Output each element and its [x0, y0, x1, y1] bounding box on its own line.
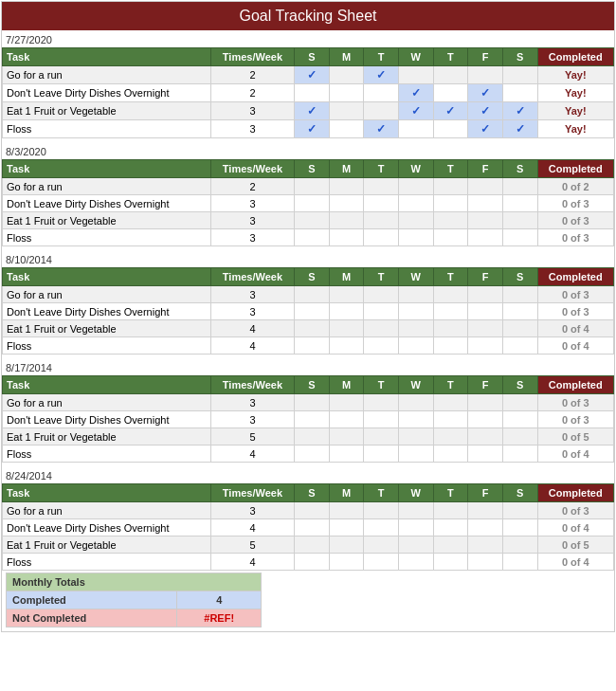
day-cell-5: ✓: [468, 120, 503, 138]
day-cell-3: [398, 337, 433, 355]
day-cell-2: [364, 320, 399, 337]
day-cell-5: [468, 394, 503, 411]
task-completed: 0 of 3: [537, 394, 613, 411]
day-cell-1: [329, 286, 364, 303]
day-cell-4: [433, 195, 468, 212]
day-cell-3: [398, 554, 433, 571]
day-cell-1: [329, 102, 364, 120]
day-cell-0: [295, 229, 330, 246]
day-cell-6: [502, 394, 537, 411]
day-cell-6: ✓: [502, 120, 537, 138]
day-cell-6: [502, 195, 537, 212]
col-header-times: Times/Week: [210, 160, 294, 178]
day-cell-3: [398, 195, 433, 212]
day-cell-4: [433, 212, 468, 229]
task-name: Don't Leave Dirty Dishes Overnight: [3, 411, 211, 428]
day-cell-6: [502, 286, 537, 303]
task-completed: 0 of 3: [537, 229, 613, 246]
day-cell-4: [433, 120, 468, 138]
page-container: Goal Tracking Sheet 7/27/2020TaskTimes/W…: [1, 1, 615, 632]
day-cell-1: [329, 178, 364, 195]
col-header-day-2: T: [364, 48, 399, 66]
day-cell-0: [295, 428, 330, 446]
task-name: Don't Leave Dirty Dishes Overnight: [3, 519, 211, 536]
table-row: Eat 1 Fruit or Vegetable30 of 3: [3, 212, 614, 229]
day-cell-0: [295, 84, 330, 102]
col-header-task: Task: [3, 484, 211, 502]
day-cell-3: [398, 536, 433, 554]
day-cell-0: [295, 286, 330, 303]
task-times: 3: [210, 102, 294, 120]
day-cell-5: ✓: [468, 84, 503, 102]
monthly-totals-header: Monthly Totals: [7, 573, 262, 591]
col-header-day-4: T: [433, 160, 468, 178]
col-header-times: Times/Week: [210, 376, 294, 394]
day-cell-0: [295, 320, 330, 337]
day-cell-3: [398, 519, 433, 536]
day-cell-3: ✓: [398, 84, 433, 102]
col-header-day-1: M: [329, 160, 364, 178]
task-completed: Yay!: [537, 66, 613, 84]
task-completed: 0 of 3: [537, 195, 613, 212]
col-header-task: Task: [3, 376, 211, 394]
day-cell-0: ✓: [295, 120, 330, 138]
day-cell-5: [468, 536, 503, 554]
col-header-day-6: S: [502, 268, 537, 286]
day-cell-1: [329, 502, 364, 519]
day-cell-0: [295, 519, 330, 536]
day-cell-5: [468, 303, 503, 320]
section-table-2: TaskTimes/WeekSMTWTFSCompletedGo for a r…: [2, 267, 614, 355]
table-row: Eat 1 Fruit or Vegetable50 of 5: [3, 536, 614, 554]
table-row: Go for a run30 of 3: [3, 502, 614, 519]
day-cell-5: [468, 229, 503, 246]
col-header-day-5: F: [468, 160, 503, 178]
table-row: Floss40 of 4: [3, 337, 614, 355]
day-cell-6: [502, 84, 537, 102]
day-cell-6: [502, 519, 537, 536]
col-header-day-4: T: [433, 484, 468, 502]
table-row: Don't Leave Dirty Dishes Overnight2✓✓Yay…: [3, 84, 614, 102]
task-times: 4: [210, 446, 294, 463]
task-times: 3: [210, 394, 294, 411]
day-cell-2: [364, 84, 399, 102]
day-cell-2: ✓: [364, 66, 399, 84]
col-header-task: Task: [3, 48, 211, 66]
day-cell-3: [398, 229, 433, 246]
col-header-day-0: S: [295, 48, 330, 66]
task-times: 3: [210, 212, 294, 229]
table-row: Don't Leave Dirty Dishes Overnight30 of …: [3, 195, 614, 212]
day-cell-3: [398, 446, 433, 463]
col-header-completed: Completed: [537, 268, 613, 286]
day-cell-4: [433, 303, 468, 320]
task-name: Don't Leave Dirty Dishes Overnight: [3, 195, 211, 212]
col-header-day-3: W: [398, 48, 433, 66]
day-cell-2: [364, 394, 399, 411]
day-cell-4: [433, 84, 468, 102]
day-cell-1: [329, 195, 364, 212]
day-cell-1: [329, 66, 364, 84]
day-cell-2: ✓: [364, 120, 399, 138]
task-times: 2: [210, 84, 294, 102]
col-header-day-0: S: [295, 160, 330, 178]
day-cell-1: [329, 303, 364, 320]
task-name: Floss: [3, 446, 211, 463]
day-cell-1: [329, 446, 364, 463]
day-cell-0: [295, 337, 330, 355]
day-cell-5: [468, 286, 503, 303]
day-cell-6: [502, 320, 537, 337]
task-completed: Yay!: [537, 120, 613, 138]
day-cell-1: [329, 320, 364, 337]
day-cell-2: [364, 212, 399, 229]
day-cell-3: [398, 411, 433, 428]
table-row: Eat 1 Fruit or Vegetable50 of 5: [3, 428, 614, 446]
day-cell-5: [468, 320, 503, 337]
day-cell-6: [502, 554, 537, 571]
day-cell-4: [433, 394, 468, 411]
day-cell-3: ✓: [398, 102, 433, 120]
day-cell-6: ✓: [502, 102, 537, 120]
date-header-2: 8/10/2014: [2, 250, 614, 267]
completed-label: Completed: [7, 591, 177, 609]
col-header-day-0: S: [295, 484, 330, 502]
day-cell-3: [398, 212, 433, 229]
table-row: Don't Leave Dirty Dishes Overnight30 of …: [3, 303, 614, 320]
